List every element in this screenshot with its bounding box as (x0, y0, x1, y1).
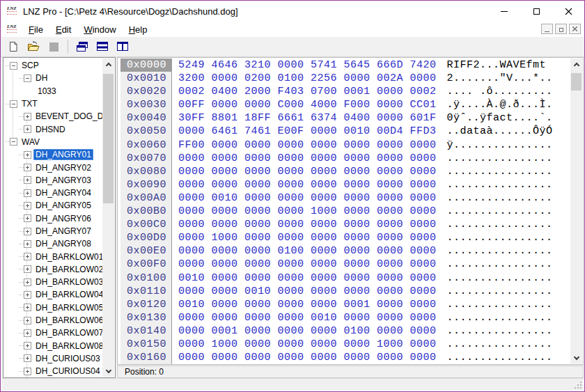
tree-scroll-up-button[interactable] (102, 58, 114, 70)
collapse-icon[interactable] (24, 75, 31, 82)
hex-ascii[interactable]: RIFF2...WAVEfmt (437, 58, 553, 72)
mdi-document-icon[interactable]: LNZ (7, 24, 18, 35)
hex-ascii[interactable]: ................ (437, 205, 553, 218)
hex-ascii[interactable]: ................ (437, 311, 553, 324)
expand-icon[interactable] (24, 329, 31, 337)
hex-address[interactable]: 0x0010 (120, 72, 172, 85)
menu-edit[interactable]: Edit (49, 23, 77, 36)
tree-scrollbar-thumb[interactable] (103, 74, 114, 203)
hex-bytes[interactable]: 0000 6461 7461 E00F 0000 0010 00D4 FFD3 (172, 125, 437, 138)
expand-icon[interactable] (24, 125, 31, 133)
mdi-close-button[interactable] (569, 24, 581, 34)
hex-address[interactable]: 0x0060 (120, 139, 172, 152)
hex-address[interactable]: 0x00E0 (120, 244, 172, 258)
minimize-button[interactable] (488, 1, 520, 22)
tree-item-dh_barklow02[interactable]: DH_BARKLOW02 (3, 263, 102, 276)
hex-ascii[interactable]: ................ (437, 244, 553, 258)
tree-item-dh_angry02[interactable]: DH_ANGRY02 (3, 161, 102, 173)
hex-bytes[interactable]: 0000 1000 0000 0000 0000 0000 0000 0000 (172, 231, 437, 244)
collapse-icon[interactable] (10, 62, 17, 70)
tree-item-dhsnd[interactable]: DHSND (3, 123, 102, 135)
hex-address[interactable]: 0x0020 (120, 85, 172, 98)
hex-address[interactable]: 0x00F0 (120, 258, 172, 271)
hex-bytes[interactable]: 0000 0000 0000 0100 0000 0000 0000 0000 (172, 244, 437, 258)
tree-item-1033[interactable]: 1033 (3, 85, 102, 97)
hex-bytes[interactable]: 0000 0000 0000 0000 0000 0000 0000 0000 (172, 165, 437, 178)
expand-icon[interactable] (24, 113, 31, 120)
hex-address[interactable]: 0x0150 (120, 338, 172, 351)
hex-ascii[interactable]: 0ÿˆ..ÿfact....`. (437, 111, 553, 125)
open-file-button[interactable] (26, 39, 41, 54)
hex-bytes[interactable]: 0000 0000 0000 0000 0000 0000 0000 0000 (172, 258, 437, 271)
expand-icon[interactable] (24, 342, 31, 350)
tree-item-dh_angry04[interactable]: DH_ANGRY04 (3, 187, 102, 199)
expand-icon[interactable] (24, 240, 31, 248)
hex-bytes[interactable]: 5249 4646 3210 0000 5741 5645 666D 7420 (172, 58, 437, 72)
hex-scrollbar-thumb[interactable] (571, 73, 582, 91)
hex-scroll-down-button[interactable] (570, 352, 582, 363)
tree-item-dh_angry07[interactable]: DH_ANGRY07 (3, 225, 102, 237)
hex-address[interactable]: 0x00D0 (120, 231, 172, 244)
hex-ascii[interactable]: ................ (437, 218, 553, 231)
hex-ascii[interactable]: ................ (437, 272, 553, 285)
expand-icon[interactable] (24, 164, 31, 171)
expand-icon[interactable] (24, 214, 31, 222)
resize-grip-icon[interactable] (580, 387, 582, 389)
hex-ascii[interactable]: ................ (437, 165, 553, 178)
tree-scroll-down-button[interactable] (102, 365, 114, 377)
menu-help[interactable]: Help (123, 23, 154, 36)
tile-horizontal-button[interactable] (95, 39, 110, 54)
hex-address[interactable]: 0x00C0 (120, 218, 172, 231)
hex-ascii[interactable]: .ÿ....À.@.ð...Ì. (437, 98, 553, 111)
hex-bytes[interactable]: 0000 0000 0000 0000 0000 0000 0000 0000 (172, 152, 437, 165)
cascade-windows-button[interactable] (75, 39, 90, 54)
save-button[interactable] (46, 39, 61, 54)
hex-bytes[interactable]: 3200 0000 0200 0100 2256 0000 002A 0000 (172, 72, 437, 85)
tree-item-dh[interactable]: DH (3, 72, 102, 84)
hex-address[interactable]: 0x0040 (120, 111, 172, 125)
tree-item-dh_barklow03[interactable]: DH_BARKLOW03 (3, 276, 102, 288)
tile-vertical-button[interactable] (115, 39, 130, 54)
tree-item-scp[interactable]: SCP (3, 59, 102, 72)
tree-item-txt[interactable]: TXT (3, 97, 102, 110)
hex-ascii[interactable]: ................ (437, 152, 553, 165)
close-button[interactable] (552, 1, 584, 22)
hex-address[interactable]: 0x0100 (120, 272, 172, 285)
hex-ascii[interactable]: ÿ............... (437, 139, 553, 152)
tree-item-dh_angry05[interactable]: DH_ANGRY05 (3, 199, 102, 212)
collapse-icon[interactable] (10, 138, 17, 146)
expand-icon[interactable] (24, 176, 31, 184)
hex-address[interactable]: 0x0110 (120, 285, 172, 298)
expand-icon[interactable] (24, 291, 31, 299)
hex-address[interactable]: 0x0130 (120, 311, 172, 324)
hex-bytes[interactable]: 0000 0000 0000 0000 0000 0000 0000 0000 (172, 218, 437, 231)
hex-ascii[interactable]: ................ (437, 285, 553, 298)
new-document-button[interactable] (6, 39, 21, 54)
hex-ascii[interactable]: ................ (437, 351, 553, 364)
tree-item-wav[interactable]: WAV (3, 136, 102, 148)
tree-item-dh_barklow08[interactable]: DH_BARKLOW08 (3, 340, 102, 352)
tree-item-dh_angry01[interactable]: DH_ANGRY01 (3, 148, 102, 161)
tree-item-dh_curious04[interactable]: DH_CURIOUS04 (3, 365, 102, 377)
tree-item-dh_barklow05[interactable]: DH_BARKLOW05 (3, 301, 102, 314)
hex-ascii[interactable]: ................ (437, 338, 553, 351)
hex-bytes[interactable]: 0010 0000 0000 0000 0000 0001 0000 0000 (172, 298, 437, 311)
expand-icon[interactable] (24, 202, 31, 210)
tree-item-dh_angry08[interactable]: DH_ANGRY08 (3, 237, 102, 250)
hex-address[interactable]: 0x0080 (120, 165, 172, 178)
hex-ascii[interactable]: ................ (437, 231, 553, 244)
hex-address[interactable]: 0x0160 (120, 351, 172, 364)
maximize-button[interactable] (520, 1, 552, 22)
expand-icon[interactable] (24, 279, 31, 286)
hex-ascii[interactable]: ..dataà......ÔÿÓ (437, 125, 553, 138)
hex-scrollbar[interactable] (570, 58, 582, 363)
tree-item-dh_angry06[interactable]: DH_ANGRY06 (3, 212, 102, 225)
tree-item-dh_barklow01[interactable]: DH_BARKLOW01 (3, 250, 102, 262)
hex-ascii[interactable]: ................ (437, 298, 553, 311)
mdi-restore-button[interactable] (555, 24, 567, 34)
expand-icon[interactable] (24, 304, 31, 311)
hex-address[interactable]: 0x00B0 (120, 205, 172, 218)
tree-item-dh_curious03[interactable]: DH_CURIOUS03 (3, 352, 102, 365)
menu-file[interactable]: File (22, 23, 49, 36)
hex-ascii[interactable]: ................ (437, 178, 553, 191)
